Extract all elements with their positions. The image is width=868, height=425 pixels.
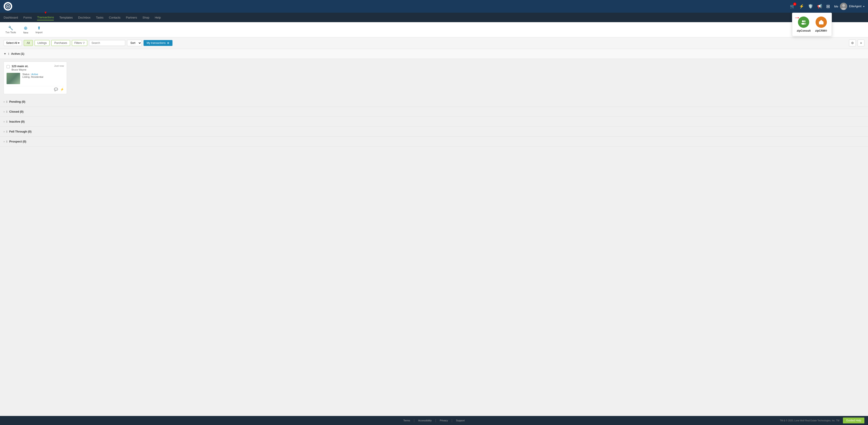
nav-left (4, 2, 12, 11)
user-dropdown-arrow: ▾ (863, 5, 864, 8)
cart-icon[interactable]: 🛒 1 (790, 4, 795, 9)
my-transactions-chevron: ⊕ (167, 41, 169, 45)
svg-rect-10 (819, 22, 824, 24)
nav-tasks[interactable]: Tasks (96, 15, 103, 20)
nav-help[interactable]: Help (155, 15, 161, 20)
import-button[interactable]: ⬆ Import (34, 25, 44, 35)
closed-section-title: Closed (0) (9, 110, 24, 113)
inactive-info-icon: ℹ (6, 120, 7, 123)
filters-button[interactable]: Filters ▽ (72, 40, 87, 46)
active-section-header[interactable]: ▼ ℹ Active (1) (0, 49, 868, 59)
active-info-icon: ℹ (8, 52, 9, 55)
card-body: Status : Active Listing, Residential (6, 73, 64, 84)
footer-privacy[interactable]: Privacy (440, 419, 448, 422)
footer-links: Terms | Accessibility | Privacy | Suppor… (403, 419, 465, 422)
prospect-section-title: Prospect (0) (9, 140, 26, 143)
new-button[interactable]: ⊕ New (22, 24, 30, 35)
active-section-title: Active (1) (11, 52, 24, 55)
secondary-navigation: Dashboard Forms Transactions ▼ Templates… (0, 13, 868, 22)
import-icon: ⬆ (37, 26, 41, 31)
card-timestamp: Just now (54, 64, 64, 67)
my-transactions-button[interactable]: My transactions ⊕ (144, 40, 173, 46)
closed-chevron: › (4, 110, 4, 113)
import-label: Import (35, 31, 42, 34)
zipcrm-icon (815, 17, 827, 28)
card-address: 123 main st. (11, 64, 28, 68)
fellthrough-section-header[interactable]: › ℹ Fell Through (0) (0, 127, 868, 137)
nav-transactions[interactable]: Transactions ▼ (37, 15, 54, 20)
pending-section-header[interactable]: › ℹ Pending (0) (0, 97, 868, 107)
nav-partners[interactable]: Partners (126, 15, 137, 20)
footer-terms[interactable]: Terms (403, 419, 410, 422)
svg-point-4 (842, 4, 845, 7)
lightning-icon[interactable]: ⚡ (799, 4, 804, 9)
nav-shop[interactable]: Shop (143, 15, 149, 20)
footer-accessibility[interactable]: Accessibility (418, 419, 432, 422)
select-all-button[interactable]: Select All ▾ (4, 40, 22, 46)
footer-support[interactable]: Support (456, 419, 465, 422)
message-icon[interactable]: 💬 (54, 88, 58, 91)
bell-icon[interactable]: 📢 (817, 4, 822, 9)
lightning-card-icon[interactable]: ⚡ (60, 88, 64, 91)
nav-right: 🛒 1 ⚡ 🛡️ 📢 ⊞ Me EliteAgent ▾ (790, 3, 864, 10)
select-all-chevron: ▾ (18, 41, 20, 45)
my-transactions-label: My transactions (147, 41, 166, 45)
shield-icon[interactable]: 🛡️ (808, 4, 813, 9)
card-image (6, 73, 20, 84)
closed-info-icon: ℹ (6, 110, 7, 113)
nav-dashboard[interactable]: Dashboard (4, 15, 18, 20)
toolbar: 🔧 Txn Tools ⊕ New ⬆ Import (0, 22, 868, 37)
card-status-label: Status : (22, 73, 31, 76)
search-input[interactable] (89, 40, 125, 46)
list-view-icon-btn[interactable]: ≡ (858, 39, 864, 46)
txn-tools-label: Txn Tools (5, 31, 16, 34)
txn-tools-button[interactable]: 🔧 Txn Tools (4, 25, 18, 35)
card-status-link[interactable]: Active (31, 73, 38, 76)
svg-point-2 (7, 6, 8, 7)
card-info: Status : Active Listing, Residential (22, 73, 43, 84)
listings-filter-tab[interactable]: Listings (35, 40, 50, 46)
pending-section-title: Pending (0) (9, 100, 25, 103)
user-menu[interactable]: Me EliteAgent ▾ (834, 3, 864, 10)
zipconsult-btn[interactable]: zipConsult (797, 17, 811, 32)
card-checkbox[interactable] (6, 65, 10, 68)
nav-docinbox[interactable]: DocInbox (78, 15, 91, 20)
txn-tools-icon: 🔧 (8, 26, 13, 31)
select-all-label: Select All (6, 41, 17, 45)
new-icon: ⊕ (24, 25, 28, 31)
nav-templates[interactable]: Templates (59, 15, 72, 20)
zipcrm-btn[interactable]: zipCRM® (815, 17, 827, 32)
all-filter-tab[interactable]: All (24, 40, 33, 46)
inactive-section-header[interactable]: › ℹ Inactive (0) (0, 117, 868, 127)
footer-copyright: TM & © 2020, Lone Wolf Real Estate Techn… (780, 419, 839, 422)
app-popup: zipConsult zipCRM® (792, 13, 832, 36)
footer: Terms | Accessibility | Privacy | Suppor… (0, 416, 868, 425)
cart-badge: 1 (793, 2, 796, 6)
fellthrough-info-icon: ℹ (6, 130, 7, 133)
filter-icon: ▽ (83, 41, 85, 45)
prospect-chevron: › (4, 140, 4, 143)
avatar (840, 3, 847, 10)
inactive-chevron: › (4, 120, 4, 123)
user-me-label: Me (834, 5, 838, 8)
settings-icon-btn[interactable]: ⚙ (849, 39, 856, 46)
zipcrm-label: zipCRM® (815, 29, 827, 32)
nav-contacts[interactable]: Contacts (109, 15, 121, 20)
zipconsult-label: zipConsult (797, 29, 811, 32)
card-title-group: 123 main st. Bruce Wayne (11, 64, 28, 71)
top-navigation: 🛒 1 ⚡ 🛡️ 📢 ⊞ Me EliteAgent ▾ zipConsult (0, 0, 868, 13)
nav-forms[interactable]: Forms (24, 15, 32, 20)
card-footer: 💬 ⚡ (6, 86, 64, 91)
svg-point-6 (802, 20, 804, 22)
grid-icon[interactable]: ⊞ (826, 4, 830, 9)
logo[interactable] (4, 2, 12, 11)
sort-select[interactable]: Sort (127, 40, 142, 46)
guided-help-button[interactable]: Guided Help (843, 418, 864, 423)
prospect-section-header[interactable]: › ℹ Prospect (0) (0, 137, 868, 147)
closed-section-header[interactable]: › ℹ Closed (0) (0, 107, 868, 117)
svg-point-9 (803, 23, 806, 25)
card-type: Listing, Residential (22, 76, 43, 78)
main-content: ▼ ℹ Active (1) 123 main st. Bruce Wayne … (0, 49, 868, 416)
prospect-info-icon: ℹ (6, 140, 7, 143)
purchases-filter-tab[interactable]: Purchases (51, 40, 70, 46)
